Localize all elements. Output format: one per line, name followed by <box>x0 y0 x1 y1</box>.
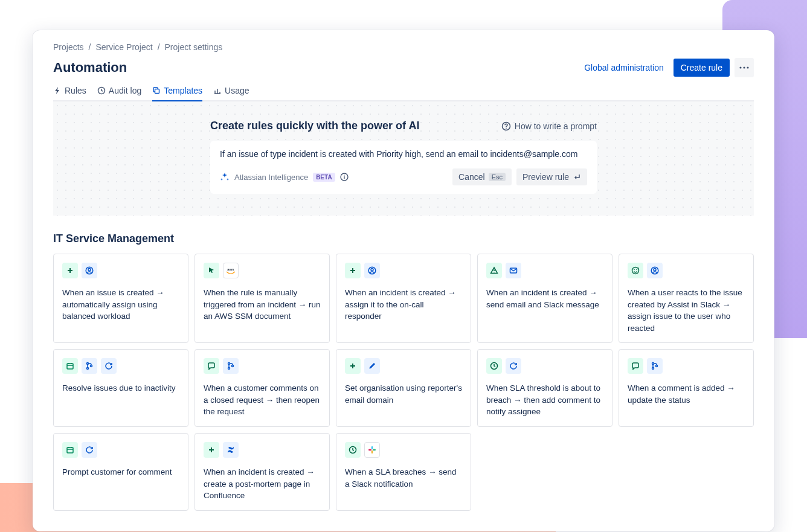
svg-rect-45 <box>368 449 371 450</box>
template-card[interactable]: When a user reacts to the issue created … <box>619 254 754 343</box>
info-icon[interactable] <box>340 173 349 181</box>
enter-icon <box>573 173 581 181</box>
template-card[interactable]: When a customer comments on a closed req… <box>195 349 330 427</box>
card-text: When the rule is manually triggered from… <box>204 287 321 322</box>
branch-icon <box>223 358 239 374</box>
svg-point-9 <box>344 175 344 175</box>
breadcrumb-projects[interactable]: Projects <box>53 42 84 52</box>
svg-point-11 <box>88 269 91 271</box>
breadcrumb-sep: / <box>89 42 91 52</box>
svg-point-16 <box>494 272 494 272</box>
template-card[interactable]: When SLA threshold is about to breach → … <box>477 349 612 427</box>
svg-point-2 <box>747 66 748 68</box>
create-rule-button[interactable]: Create rule <box>674 59 730 77</box>
svg-point-6 <box>506 127 507 129</box>
tab-templates[interactable]: Templates <box>152 86 202 101</box>
cal-icon <box>62 358 78 374</box>
template-card[interactable]: When a comment is added → update the sta… <box>619 349 754 427</box>
app-window: Projects / Service Project / Project set… <box>33 30 774 531</box>
ai-title: Create rules quickly with the power of A… <box>210 120 419 132</box>
comment-icon <box>204 358 219 374</box>
svg-point-14 <box>371 269 373 271</box>
svg-point-34 <box>652 363 654 365</box>
svg-point-0 <box>739 66 741 68</box>
cursor-icon <box>204 263 219 278</box>
card-text: When an incident is created → create a p… <box>204 466 321 502</box>
breadcrumb-project-settings[interactable]: Project settings <box>165 42 223 52</box>
aws-icon: aws <box>223 263 239 278</box>
confluence-icon <box>223 442 239 458</box>
refresh-icon <box>101 358 117 374</box>
help-label: How to write a prompt <box>515 121 597 131</box>
template-card[interactable]: awsWhen the rule is manually triggered f… <box>195 254 330 343</box>
comment-icon <box>628 358 643 374</box>
card-text: When a user reacts to the issue created … <box>628 287 745 334</box>
user-icon <box>364 263 380 278</box>
svg-point-29 <box>91 365 92 367</box>
card-text: When an issue is created → automatically… <box>62 287 179 322</box>
card-text: Set organisation using reporter's email … <box>345 382 462 406</box>
svg-rect-42 <box>371 446 373 449</box>
refresh-icon <box>506 358 521 374</box>
chart-icon <box>213 86 222 95</box>
emoji-icon <box>628 263 643 278</box>
branch-icon <box>647 358 663 374</box>
ai-panel: Create rules quickly with the power of A… <box>53 101 754 216</box>
template-card[interactable]: When an incident is created → send email… <box>477 254 612 343</box>
svg-point-1 <box>743 66 745 68</box>
ai-brand: Atlassian Intelligence BETA <box>220 172 349 182</box>
cal-icon <box>62 442 78 458</box>
svg-point-27 <box>87 363 89 365</box>
mail-icon <box>506 263 521 278</box>
help-link[interactable]: How to write a prompt <box>501 121 597 131</box>
clock-icon <box>345 442 361 458</box>
svg-point-28 <box>87 368 89 370</box>
help-icon <box>501 121 511 131</box>
global-admin-link[interactable]: Global administration <box>584 63 664 72</box>
card-text: Prompt customer for comment <box>62 466 179 478</box>
tab-usage[interactable]: Usage <box>213 86 249 101</box>
svg-point-32 <box>232 365 234 367</box>
ai-sparkle-icon <box>220 172 230 182</box>
tabs: RulesAudit logTemplatesUsage <box>53 86 754 101</box>
tab-audit-log[interactable]: Audit log <box>97 86 141 101</box>
template-card[interactable]: When a SLA breaches → send a Slack notif… <box>336 433 471 511</box>
more-button[interactable] <box>735 58 754 77</box>
preview-rule-button[interactable]: Preview rule <box>516 168 587 185</box>
page-title: Automation <box>53 60 584 75</box>
template-card[interactable]: Resolve issues due to inactivity <box>53 349 188 427</box>
refresh-icon <box>82 442 97 458</box>
ai-prompt-box[interactable]: If an issue of type incident is created … <box>210 141 597 194</box>
svg-point-19 <box>634 269 635 271</box>
ai-prompt-text: If an issue of type incident is created … <box>220 149 587 159</box>
branch-icon <box>82 358 97 374</box>
template-card[interactable]: Prompt customer for comment <box>53 433 188 511</box>
svg-rect-37 <box>67 447 73 453</box>
svg-point-31 <box>228 368 230 370</box>
svg-rect-44 <box>371 450 373 453</box>
copy-icon <box>152 86 161 95</box>
svg-point-18 <box>632 268 639 274</box>
user-icon <box>82 263 97 278</box>
user-icon <box>647 263 663 278</box>
pencil-icon <box>364 358 380 374</box>
template-card[interactable]: When an incident is created → assign it … <box>336 254 471 343</box>
template-card[interactable]: When an issue is created → automatically… <box>53 254 188 343</box>
breadcrumb-service-project[interactable]: Service Project <box>95 42 152 52</box>
template-card[interactable]: Set organisation using reporter's email … <box>336 349 471 427</box>
card-text: When SLA threshold is about to breach → … <box>486 382 603 418</box>
breadcrumb: Projects / Service Project / Project set… <box>53 42 754 52</box>
section-title: IT Service Management <box>53 232 754 245</box>
tab-rules[interactable]: Rules <box>53 86 86 101</box>
slack-icon <box>364 442 380 458</box>
card-text: When a SLA breaches → send a Slack notif… <box>345 466 462 490</box>
plus-icon <box>62 263 78 278</box>
beta-badge: BETA <box>313 173 335 182</box>
template-card[interactable]: When an incident is created → create a p… <box>195 433 330 511</box>
svg-point-30 <box>228 363 230 365</box>
plus-icon <box>345 358 361 374</box>
svg-point-35 <box>652 368 654 370</box>
cancel-button[interactable]: CancelEsc <box>452 168 512 185</box>
card-text: When an incident is created → assign it … <box>345 287 462 322</box>
more-icon <box>739 66 749 69</box>
